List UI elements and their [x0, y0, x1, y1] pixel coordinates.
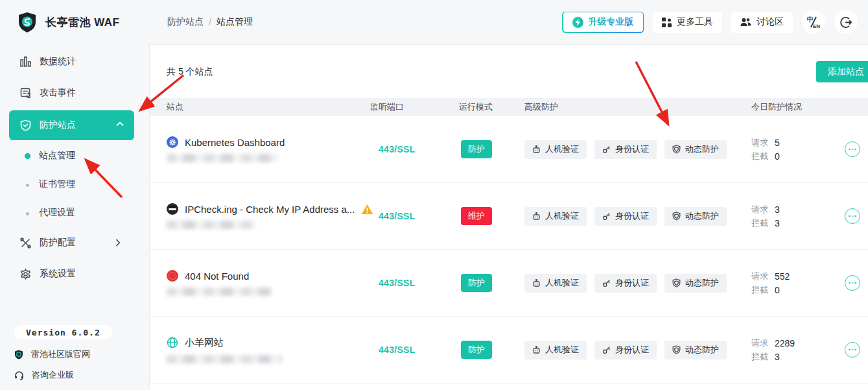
table-header: 站点 监听端口 运行模式 高级防护 今日防护情况 [150, 98, 868, 116]
sidebar-item-label: 证书管理 [39, 178, 75, 190]
headset-icon [14, 371, 24, 380]
listen-port: 443/SSL [370, 144, 459, 154]
table-row: ☸ Kubernetes Dashboard 443/SSL 防护 人机验证 身… [150, 116, 868, 183]
app-title: 长亭雷池 WAF [45, 15, 120, 30]
listen-port: 443/SSL [370, 278, 459, 288]
mode-badge: 防护 [461, 341, 492, 359]
logout-button[interactable] [834, 10, 858, 34]
sidebar-item-proxy-settings[interactable]: 代理设置 [0, 199, 149, 227]
ipcheck-favicon-icon [167, 203, 178, 215]
forum-label: 讨论区 [757, 16, 784, 28]
sidebar-item-statistics[interactable]: 数据统计 [0, 46, 149, 77]
site-name: 404 Not Found [185, 271, 249, 282]
auth-button[interactable]: 身份认证 [594, 274, 657, 293]
gear-icon [19, 269, 31, 280]
sidebar-item-protected-sites[interactable]: 防护站点 [9, 110, 134, 140]
mode-badge: 防护 [461, 274, 492, 292]
requests-label: 请求 [751, 204, 768, 215]
blocked-value: 3 [775, 352, 780, 362]
row-actions-ellipsis-button[interactable] [845, 141, 860, 157]
mode-badge: 维护 [461, 207, 492, 225]
chevron-right-icon [115, 239, 121, 247]
row-actions-ellipsis-button[interactable] [845, 275, 860, 291]
more-tools-button[interactable]: 更多工具 [653, 12, 722, 33]
column-header-mode: 运行模式 [459, 101, 524, 113]
blocked-value: 0 [775, 151, 780, 162]
captcha-button[interactable]: 人机验证 [524, 207, 587, 226]
redacted-domain [167, 154, 278, 162]
dynamic-protection-button[interactable]: 动态防护 [664, 341, 727, 360]
shield-icon [672, 278, 681, 287]
shield-icon [672, 345, 681, 354]
blocked-label: 拦截 [751, 284, 768, 296]
site-count-text: 共 5 个站点 [167, 66, 213, 78]
language-toggle-button[interactable]: 中 EN [802, 10, 825, 34]
upgrade-pro-button[interactable]: 升级专业版 [562, 12, 644, 33]
column-header-today: 今日防护情况 [751, 101, 845, 113]
table-row: 404 Not Found 443/SSL 防护 人机验证 身份认证 动态防护 … [150, 250, 868, 317]
auth-button[interactable]: 身份认证 [594, 140, 657, 159]
breadcrumb-parent[interactable]: 防护站点 [167, 16, 204, 28]
sidebar: 数据统计 攻击事件 防护站点 [0, 44, 149, 390]
shield-logo-icon [16, 10, 39, 34]
dynamic-protection-button[interactable]: 动态防护 [664, 140, 727, 159]
main-content: 共 5 个站点 添加站点 站点 监听端口 运行模式 高级防护 今日防护情况 ☸ … [149, 44, 868, 390]
captcha-button[interactable]: 人机验证 [524, 341, 587, 360]
more-tools-label: 更多工具 [677, 16, 713, 28]
sidebar-item-label: 站点管理 [39, 150, 75, 162]
robot-icon [532, 346, 541, 354]
requests-value: 552 [775, 271, 790, 282]
breadcrumb-current: 站点管理 [217, 16, 253, 28]
bolt-circle-icon [572, 17, 583, 28]
top-header: 长亭雷池 WAF 防护站点 / 站点管理 升级专业版 更 [0, 0, 868, 44]
auth-button[interactable]: 身份认证 [594, 207, 657, 226]
requests-value: 3 [775, 204, 780, 215]
sidebar-item-system-settings[interactable]: 系统设置 [0, 258, 149, 289]
shield-icon [672, 145, 681, 154]
blocked-value: 3 [775, 218, 780, 228]
add-site-button[interactable]: 添加站点 [816, 61, 868, 82]
requests-label: 请求 [751, 337, 768, 349]
sidebar-item-site-management[interactable]: 站点管理 [0, 141, 149, 170]
column-header-advanced: 高级防护 [524, 101, 751, 113]
zh-en-toggle-icon: 中 EN [807, 16, 820, 29]
forum-button[interactable]: 讨论区 [731, 12, 793, 33]
key-icon [602, 279, 611, 287]
auth-button[interactable]: 身份认证 [594, 341, 657, 360]
blocked-label: 拦截 [751, 351, 768, 363]
shield-check-icon [19, 119, 31, 131]
community-site-label: 雷池社区版官网 [31, 348, 90, 360]
dynamic-protection-button[interactable]: 动态防护 [664, 274, 727, 293]
sidebar-item-label: 代理设置 [39, 207, 75, 219]
community-site-link[interactable]: 雷池社区版官网 [14, 348, 112, 360]
site-name: Kubernetes Dashboard [185, 137, 285, 148]
row-actions-ellipsis-button[interactable] [845, 208, 860, 224]
logout-icon [840, 16, 852, 29]
sidebar-item-label: 防护配置 [40, 237, 76, 249]
sidebar-item-label: 攻击事件 [40, 87, 76, 99]
sidebar-item-attack-events[interactable]: 攻击事件 [0, 77, 149, 108]
listen-port: 443/SSL [370, 345, 459, 355]
chevron-up-icon [116, 121, 124, 127]
enterprise-inquiry-link[interactable]: 咨询企业版 [14, 369, 112, 381]
tools-icon [19, 238, 31, 249]
sidebar-item-label: 防护站点 [40, 119, 76, 131]
robot-icon [532, 279, 541, 287]
requests-label: 请求 [751, 137, 768, 149]
sidebar-item-cert-management[interactable]: 证书管理 [0, 170, 149, 199]
column-header-port: 监听端口 [370, 101, 459, 113]
globe-favicon-icon [167, 337, 178, 348]
key-icon [602, 346, 611, 354]
key-icon [602, 145, 611, 154]
dynamic-protection-button[interactable]: 动态防护 [664, 207, 727, 226]
dot-icon [26, 212, 29, 215]
key-icon [602, 212, 611, 221]
captcha-button[interactable]: 人机验证 [524, 274, 587, 293]
captcha-button[interactable]: 人机验证 [524, 140, 587, 159]
listen-port: 443/SSL [370, 211, 459, 221]
shield-logo-small-icon [14, 350, 23, 360]
breadcrumb-separator: / [209, 17, 211, 27]
sidebar-item-protection-config[interactable]: 防护配置 [0, 227, 149, 258]
table-row: 小羊网站 443/SSL 防护 人机验证 身份认证 动态防护 请求2289 拦截… [150, 317, 868, 384]
row-actions-ellipsis-button[interactable] [845, 342, 860, 358]
